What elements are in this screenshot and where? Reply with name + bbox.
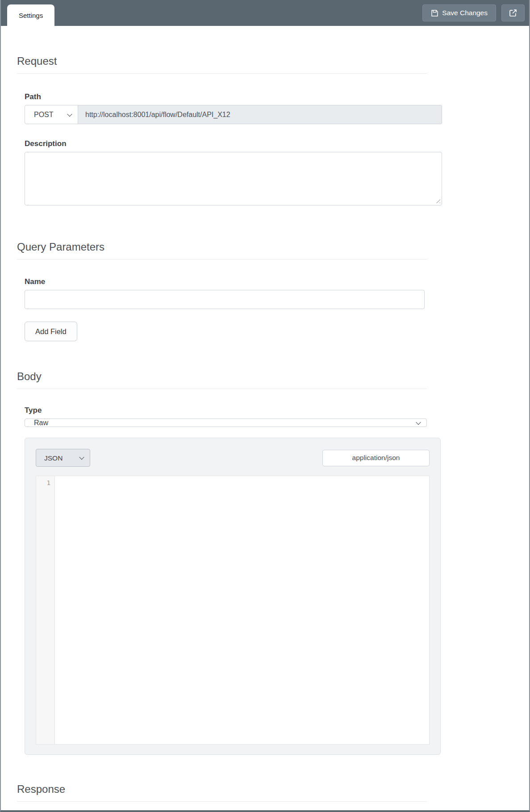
response-section-title: Response [17,783,427,802]
open-external-button[interactable] [501,4,525,21]
tab-settings[interactable]: Settings [7,4,54,26]
query-param-name-input[interactable] [25,290,425,309]
description-textarea-wrap [25,152,442,205]
body-type-select[interactable]: Raw [25,419,427,427]
description-textarea[interactable] [25,152,442,205]
body-editor-card: JSON 1 [25,438,441,755]
body-form: Type Raw JSON 1 [25,406,427,755]
topbar-actions: Save Changes [422,4,525,21]
floppy-disk-icon [431,9,438,17]
description-label: Description [25,139,427,148]
query-param-name-label: Name [25,277,427,286]
path-label: Path [25,92,427,101]
editor-text-area[interactable] [55,476,429,744]
external-link-icon [509,9,517,17]
editor-line-numbers: 1 [36,476,55,744]
editor-line-number: 1 [47,479,50,486]
content-type-input[interactable] [322,450,430,466]
body-type-label: Type [25,406,427,415]
request-form: Path POST Description [25,92,427,205]
add-field-button[interactable]: Add Field [25,322,77,341]
save-changes-button[interactable]: Save Changes [422,4,496,21]
tab-settings-label: Settings [19,12,43,19]
body-section-title: Body [17,370,427,389]
body-format-select-wrap: JSON [36,449,90,467]
settings-page: Settings Save Changes [0,0,530,812]
request-section-title: Request [17,54,427,74]
query-parameters-form: Name Add Field [25,277,427,341]
path-url-input[interactable] [78,105,442,124]
settings-content: Request Path POST Description Query Para… [1,54,443,802]
top-bar: Settings Save Changes [1,0,529,26]
method-select[interactable]: POST [25,105,78,124]
body-type-select-wrap: Raw [25,419,427,427]
body-format-select[interactable]: JSON [36,449,90,467]
save-changes-label: Save Changes [442,9,488,17]
path-input-group: POST [25,105,442,124]
query-parameters-section-title: Query Parameters [17,240,427,260]
body-editor-header: JSON [36,449,430,467]
method-select-wrap: POST [25,105,78,124]
code-editor: 1 [36,476,430,745]
